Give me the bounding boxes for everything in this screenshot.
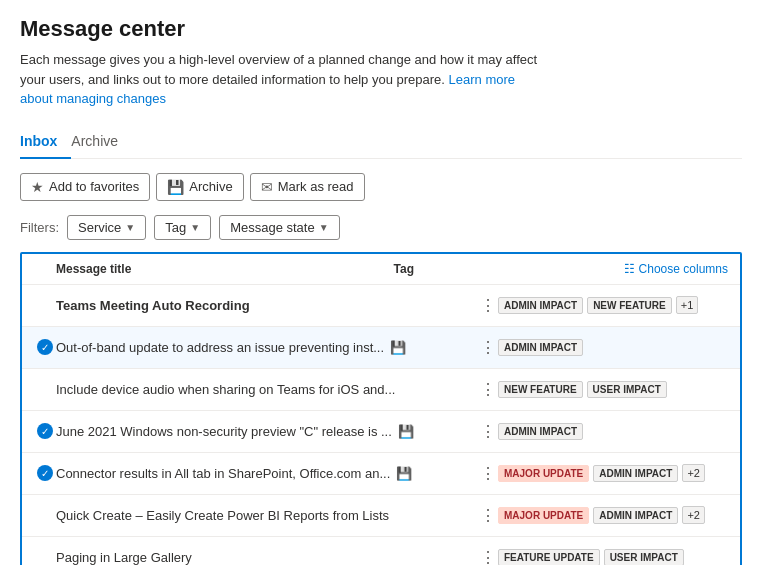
row-menu-button[interactable]: ⋮: [478, 506, 498, 525]
checked-icon: ✓: [37, 339, 53, 355]
tag-badge: ADMIN IMPACT: [498, 339, 583, 356]
tag-badge: MAJOR UPDATE: [498, 507, 589, 524]
tag-badge: ADMIN IMPACT: [593, 465, 678, 482]
tag-badge: NEW FEATURE: [587, 297, 672, 314]
row-title[interactable]: Quick Create – Easily Create Power BI Re…: [56, 508, 478, 523]
col-header-title: Message title: [56, 262, 374, 276]
tab-inbox[interactable]: Inbox: [20, 125, 71, 159]
add-to-favorites-button[interactable]: ★ Add to favorites: [20, 173, 150, 201]
row-menu-button[interactable]: ⋮: [478, 338, 498, 357]
row-tags: MAJOR UPDATE ADMIN IMPACT +2: [498, 464, 728, 482]
archive-small-icon: 💾: [390, 340, 406, 355]
service-filter[interactable]: Service ▼: [67, 215, 146, 240]
row-menu-button[interactable]: ⋮: [478, 380, 498, 399]
table-row: Teams Meeting Auto Recording ⋮ ADMIN IMP…: [22, 285, 740, 327]
page-title: Message center: [20, 16, 742, 42]
tab-archive[interactable]: Archive: [71, 125, 132, 159]
table-row: ✓ June 2021 Windows non-security preview…: [22, 411, 740, 453]
toolbar: ★ Add to favorites 💾 Archive ✉ Mark as r…: [20, 173, 742, 201]
page-description: Each message gives you a high-level over…: [20, 50, 540, 109]
row-tags: NEW FEATURE USER IMPACT: [498, 381, 728, 398]
table-header: Message title Tag ☷ Choose columns: [22, 254, 740, 285]
row-menu-button[interactable]: ⋮: [478, 296, 498, 315]
table-row: Paging in Large Gallery ⋮ FEATURE UPDATE…: [22, 537, 740, 566]
message-state-filter[interactable]: Message state ▼: [219, 215, 339, 240]
row-tags: ADMIN IMPACT: [498, 423, 728, 440]
tag-badge: MAJOR UPDATE: [498, 465, 589, 482]
row-tags: FEATURE UPDATE USER IMPACT: [498, 549, 728, 565]
row-title[interactable]: Out-of-band update to address an issue p…: [56, 340, 478, 355]
columns-icon: ☷: [624, 262, 635, 276]
row-title[interactable]: June 2021 Windows non-security preview "…: [56, 424, 478, 439]
filters-label: Filters:: [20, 220, 59, 235]
table-row: Include device audio when sharing on Tea…: [22, 369, 740, 411]
tag-count: +2: [682, 464, 705, 482]
tag-badge: ADMIN IMPACT: [593, 507, 678, 524]
chevron-down-icon: ▼: [125, 222, 135, 233]
tag-badge: ADMIN IMPACT: [498, 297, 583, 314]
row-title[interactable]: Teams Meeting Auto Recording: [56, 298, 478, 313]
choose-columns-button[interactable]: ☷ Choose columns: [624, 262, 728, 276]
checked-icon: ✓: [37, 423, 53, 439]
row-menu-button[interactable]: ⋮: [478, 548, 498, 565]
chevron-down-icon: ▼: [190, 222, 200, 233]
archive-button[interactable]: 💾 Archive: [156, 173, 243, 201]
row-menu-button[interactable]: ⋮: [478, 464, 498, 483]
tag-count: +1: [676, 296, 699, 314]
tabs-nav: Inbox Archive: [20, 125, 742, 159]
archive-small-icon: 💾: [398, 424, 414, 439]
row-tags: ADMIN IMPACT: [498, 339, 728, 356]
tag-badge: USER IMPACT: [587, 381, 667, 398]
table-row: Quick Create – Easily Create Power BI Re…: [22, 495, 740, 537]
tag-badge: ADMIN IMPACT: [498, 423, 583, 440]
row-menu-button[interactable]: ⋮: [478, 422, 498, 441]
row-title[interactable]: Connector results in All tab in SharePoi…: [56, 466, 478, 481]
message-table: Message title Tag ☷ Choose columns Teams…: [20, 252, 742, 566]
tag-filter[interactable]: Tag ▼: [154, 215, 211, 240]
row-title[interactable]: Paging in Large Gallery: [56, 550, 478, 565]
tag-badge: FEATURE UPDATE: [498, 549, 600, 565]
star-icon: ★: [31, 179, 44, 195]
checked-icon: ✓: [37, 465, 53, 481]
tag-count: +2: [682, 506, 705, 524]
tag-badge: USER IMPACT: [604, 549, 684, 565]
envelope-icon: ✉: [261, 179, 273, 195]
table-row: ✓ Connector results in All tab in ShareP…: [22, 453, 740, 495]
chevron-down-icon: ▼: [319, 222, 329, 233]
row-tags: ADMIN IMPACT NEW FEATURE +1: [498, 296, 728, 314]
col-header-tag: Tag: [394, 262, 624, 276]
tag-badge: NEW FEATURE: [498, 381, 583, 398]
filters-bar: Filters: Service ▼ Tag ▼ Message state ▼: [20, 215, 742, 240]
row-title[interactable]: Include device audio when sharing on Tea…: [56, 382, 478, 397]
row-tags: MAJOR UPDATE ADMIN IMPACT +2: [498, 506, 728, 524]
mark-read-button[interactable]: ✉ Mark as read: [250, 173, 365, 201]
archive-icon: 💾: [167, 179, 184, 195]
archive-small-icon: 💾: [396, 466, 412, 481]
table-row: ✓ Out-of-band update to address an issue…: [22, 327, 740, 369]
